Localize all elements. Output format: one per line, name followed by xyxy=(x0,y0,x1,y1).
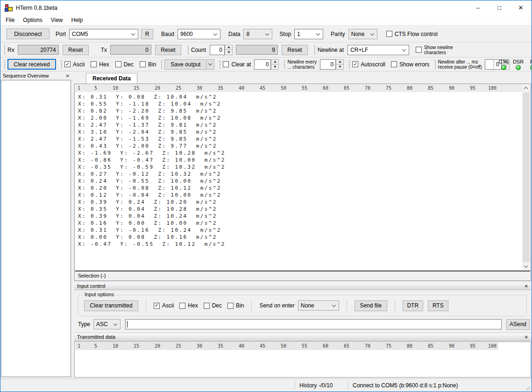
received-data-text[interactable]: X: 0.31 Y: 0.08 Z: 10.04 m/s^2X: 0.55 Y:… xyxy=(75,92,522,270)
rx-ascii-checkbox[interactable] xyxy=(64,61,71,67)
received-line: X: -0.35 Y: -0.59 Z: 10.32 m/s^2 xyxy=(78,164,522,171)
send-text-input[interactable] xyxy=(125,319,502,329)
received-line: X: 0.12 Y: -0.04 Z: 10.00 m/s^2 xyxy=(78,192,522,199)
toolbar-grip[interactable] xyxy=(187,45,189,55)
tx-reset-button[interactable]: Reset xyxy=(155,45,181,55)
received-line: X: 0.82 Y: -2.20 Z: 9.85 m/s^2 xyxy=(78,107,522,114)
dtr-button[interactable]: DTR xyxy=(403,300,423,311)
toolbar-grip[interactable] xyxy=(313,45,315,55)
tx-hex-label: Hex xyxy=(188,302,198,309)
data-bits-label: Data xyxy=(228,31,240,37)
received-line: X: 2.00 Y: -1.69 Z: 10.08 m/s^2 xyxy=(78,114,522,121)
received-scrollbar[interactable] xyxy=(522,85,530,270)
clear-at-spinner[interactable] xyxy=(271,59,279,70)
ruler-tick: 65 xyxy=(344,86,349,91)
clear-at-input[interactable]: 0 xyxy=(254,59,271,70)
send-file-button[interactable]: Send file xyxy=(355,300,387,311)
ruler-tick: 15 xyxy=(134,343,139,349)
tx-hex-checkbox[interactable] xyxy=(179,303,185,309)
show-newline-checkbox[interactable] xyxy=(416,47,422,53)
rx-hex-checkbox[interactable] xyxy=(91,61,97,67)
newline-every-spinner[interactable] xyxy=(336,59,344,70)
minimize-button[interactable]: – xyxy=(467,0,489,15)
sequence-overview-close-icon[interactable]: ✕ xyxy=(66,73,70,78)
toolbar-grip[interactable] xyxy=(348,59,350,69)
count-reset-button[interactable]: Reset xyxy=(282,45,308,55)
transmitted-data-view[interactable]: 1510152025303540455055606570758085909510… xyxy=(74,342,531,378)
tab-received-data[interactable]: Received Data xyxy=(86,73,137,84)
menu-file[interactable]: File xyxy=(1,15,19,25)
menu-bar: File Options View Help xyxy=(0,15,532,25)
clear-at-checkbox[interactable] xyxy=(223,61,229,67)
scroll-up-icon[interactable] xyxy=(524,87,528,91)
toolbar-grip[interactable] xyxy=(160,59,162,69)
cts-flow-checkbox[interactable] xyxy=(386,31,392,37)
data-bits-combobox[interactable]: 8 xyxy=(243,29,272,39)
ruler-tick: 10 xyxy=(113,343,118,349)
menu-options[interactable]: Options xyxy=(19,15,46,25)
newline-every-input[interactable]: 0 xyxy=(320,59,336,70)
maximize-button[interactable]: □ xyxy=(489,0,510,15)
received-line: X: 2.47 Y: -1.53 Z: 9.85 m/s^2 xyxy=(78,135,522,143)
port-combobox[interactable]: COM5 xyxy=(69,29,138,39)
transmitted-data-close-icon[interactable]: ✕ xyxy=(525,335,528,340)
tx-bin-checkbox[interactable] xyxy=(227,303,234,309)
stop-bits-combobox[interactable]: 1 xyxy=(294,29,323,39)
tx-ascii-checkbox[interactable] xyxy=(154,303,160,309)
text-caret xyxy=(127,321,128,328)
clear-at-label: Clear at xyxy=(231,61,251,68)
count-spinner[interactable] xyxy=(225,45,233,55)
type-combobox[interactable]: ASC xyxy=(93,319,121,329)
show-errors-label: Show errors xyxy=(399,61,430,68)
resize-grip[interactable] xyxy=(525,385,531,391)
asend-button[interactable]: ASend xyxy=(506,319,530,330)
rx-reset-button[interactable]: Reset xyxy=(63,45,89,55)
ruler-tick: 15 xyxy=(134,86,139,91)
tx-dec-checkbox[interactable] xyxy=(204,303,210,309)
close-button[interactable]: ✕ xyxy=(510,0,532,15)
rescan-ports-button[interactable]: R xyxy=(141,29,153,39)
menu-help[interactable]: Help xyxy=(67,15,87,25)
newline-every-label: Newline every... characters xyxy=(287,59,317,70)
ruler-tick: 100 xyxy=(488,343,497,349)
autoscroll-label: Autoscroll xyxy=(361,61,385,68)
menu-view[interactable]: View xyxy=(47,15,67,25)
send-on-enter-combobox[interactable]: None xyxy=(298,300,339,311)
newline-at-combobox[interactable]: CR+LF xyxy=(348,45,409,55)
toolbar-grip[interactable] xyxy=(60,59,62,69)
toolbar-grip[interactable] xyxy=(283,59,285,69)
ruler-tick: 70 xyxy=(365,343,370,349)
clear-transmitted-button[interactable]: Clear transmitted xyxy=(84,300,138,311)
count-input[interactable]: 0 xyxy=(210,45,225,55)
rx-bin-checkbox[interactable] xyxy=(140,61,146,67)
ruler-tick: 75 xyxy=(386,86,391,91)
rx-dec-checkbox[interactable] xyxy=(115,61,121,67)
ruler-tick: 35 xyxy=(218,343,223,349)
toolbar-grip[interactable] xyxy=(3,45,5,55)
ruler-tick: 75 xyxy=(386,343,391,349)
ruler-tick: 40 xyxy=(239,343,244,349)
toolbar-grip[interactable] xyxy=(434,59,436,69)
save-output-menu-button[interactable] xyxy=(206,59,214,70)
input-control-close-icon[interactable]: ✕ xyxy=(525,284,528,289)
parity-combobox[interactable]: None xyxy=(348,29,377,39)
save-output-button[interactable]: Save output xyxy=(164,59,206,70)
rts-button[interactable]: RTS xyxy=(428,300,448,311)
cts-led-icon xyxy=(501,65,506,70)
chevron-down-icon xyxy=(265,31,269,35)
chevron-down-icon xyxy=(113,322,117,326)
ruler-tick: 45 xyxy=(260,343,265,349)
sequence-overview-list[interactable] xyxy=(1,80,71,377)
baud-combobox[interactable]: 9600 xyxy=(177,29,220,39)
toolbar-grip[interactable] xyxy=(3,59,5,69)
ruler-tick: 1 xyxy=(78,343,80,349)
cts-led-group: CTS xyxy=(497,59,511,70)
scrollbar-thumb[interactable] xyxy=(523,93,530,262)
show-errors-checkbox[interactable] xyxy=(391,61,397,67)
toolbar-grip[interactable] xyxy=(492,59,494,69)
toolbar-grip[interactable] xyxy=(219,59,220,69)
scroll-down-icon[interactable] xyxy=(524,264,528,268)
clear-received-button[interactable]: Clear received xyxy=(7,59,56,70)
autoscroll-checkbox[interactable] xyxy=(352,61,358,67)
disconnect-button[interactable]: Disconnect xyxy=(7,29,50,39)
